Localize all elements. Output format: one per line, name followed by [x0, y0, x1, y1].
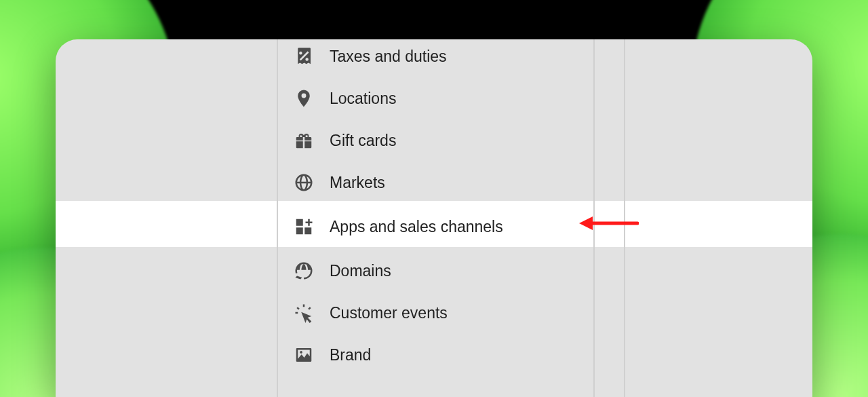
menu-item-customer-events[interactable]: Customer events [277, 292, 593, 334]
menu-item-label: Locations [330, 90, 396, 108]
settings-panel: Taxes and duties Locations Gift cards Ma… [56, 39, 812, 397]
receipt-percent-icon [293, 45, 315, 67]
menu-item-gift-cards[interactable]: Gift cards [277, 119, 593, 162]
menu-item-label: Apps and sales channels [330, 218, 503, 236]
menu-item-label: Customer events [330, 304, 448, 322]
globe-icon [293, 172, 315, 193]
menu-item-label: Taxes and duties [330, 48, 447, 66]
menu-item-markets[interactable]: Markets [277, 162, 593, 204]
settings-menu: Taxes and duties Locations Gift cards Ma… [277, 39, 593, 376]
menu-item-locations[interactable]: Locations [277, 77, 593, 119]
column-divider [593, 39, 595, 397]
menu-item-brand[interactable]: Brand [277, 334, 593, 376]
background: Taxes and duties Locations Gift cards Ma… [0, 0, 868, 397]
menu-item-label: Markets [330, 174, 385, 192]
menu-item-label: Domains [330, 262, 391, 280]
menu-item-label: Gift cards [330, 132, 396, 150]
menu-item-label: Brand [330, 346, 371, 364]
domain-globe-icon [293, 260, 315, 282]
menu-item-taxes[interactable]: Taxes and duties [277, 39, 593, 77]
brand-image-icon [293, 344, 315, 366]
location-pin-icon [293, 88, 315, 109]
cursor-click-icon [293, 302, 315, 324]
menu-item-domains[interactable]: Domains [277, 250, 593, 292]
menu-item-apps-sales-channels[interactable]: Apps and sales channels [277, 204, 593, 250]
apps-plus-icon [293, 216, 315, 238]
gift-icon [293, 130, 315, 151]
column-divider [624, 39, 625, 397]
